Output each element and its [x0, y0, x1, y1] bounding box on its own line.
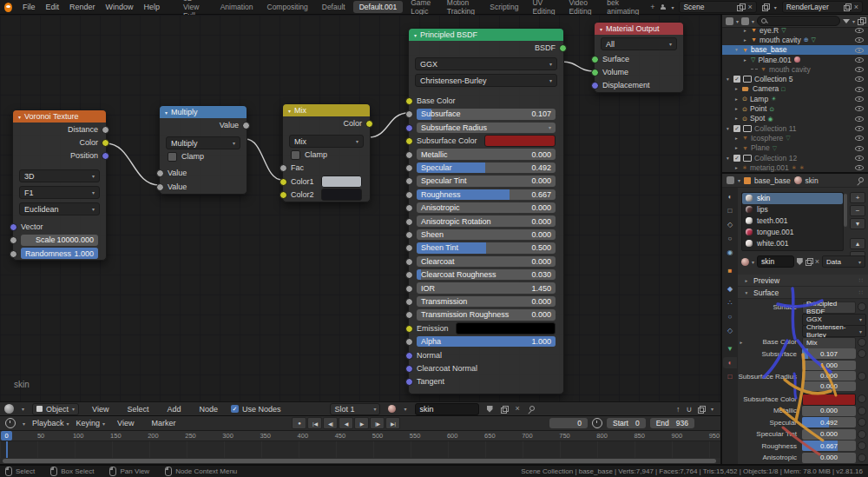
- editor-type-icon[interactable]: [727, 176, 734, 184]
- expander-closed-icon[interactable]: ▸: [742, 57, 748, 63]
- value1-input-socket[interactable]: [156, 169, 164, 177]
- output-target-dropdown[interactable]: All▾: [601, 37, 677, 50]
- scene-selector[interactable]: Scene ×: [679, 1, 756, 13]
- input-socket[interactable]: [405, 151, 413, 159]
- view-menu[interactable]: View: [112, 419, 139, 427]
- expander-closed-icon[interactable]: ▸: [733, 145, 740, 150]
- animate-dot-button[interactable]: [858, 441, 866, 450]
- material-name-field[interactable]: skin: [415, 403, 479, 415]
- display-mode-icon[interactable]: [741, 17, 749, 25]
- animate-dot-button[interactable]: [858, 454, 866, 462]
- input-socket[interactable]: [405, 258, 413, 266]
- outliner-row[interactable]: ▸▼mouth cavity⊕▽: [722, 35, 868, 44]
- menu-item[interactable]: Render: [64, 3, 101, 11]
- view-layer-selector[interactable]: RenderLayer ×: [782, 1, 863, 13]
- slider[interactable]: Specular0.492: [417, 162, 556, 174]
- shader-button[interactable]: Mix: [802, 337, 856, 349]
- outliner-row[interactable]: ▸⊙Spot◉: [722, 114, 868, 123]
- input-socket[interactable]: [405, 244, 413, 252]
- new-scene-icon[interactable]: [737, 4, 744, 10]
- workspace-tab[interactable]: Compositing: [261, 1, 314, 13]
- color-swatch[interactable]: [802, 394, 856, 406]
- jump-start-button[interactable]: |◀: [307, 417, 322, 429]
- current-frame-field[interactable]: 0: [549, 418, 588, 428]
- properties-tab-output[interactable]: □: [723, 205, 737, 216]
- chevron-down-icon[interactable]: ▾: [736, 18, 739, 24]
- input-socket[interactable]: [405, 352, 413, 360]
- outliner-row[interactable]: ▸⊙Point⊙: [722, 103, 868, 113]
- workspace-tab[interactable]: Default: [316, 1, 352, 13]
- add-slot-button[interactable]: +: [850, 192, 865, 203]
- clamp-checkbox[interactable]: [291, 150, 300, 160]
- properties-tab-scene[interactable]: ○: [723, 233, 737, 244]
- expander-closed-icon[interactable]: ▸: [742, 28, 748, 33]
- jump-end-button[interactable]: ▶|: [385, 417, 400, 429]
- outliner-row[interactable]: ▸∗metarig.001∗∗: [722, 162, 868, 172]
- expander-open-icon[interactable]: ▾: [733, 47, 740, 52]
- menu-item[interactable]: File: [17, 3, 41, 11]
- value2-input-socket[interactable]: [156, 183, 164, 191]
- slider[interactable]: 0.000: [802, 406, 856, 416]
- bsdf-output-socket[interactable]: [559, 44, 567, 52]
- view-menu[interactable]: View: [87, 405, 114, 414]
- color-swatch[interactable]: [456, 322, 556, 335]
- workspace-tab[interactable]: Default.001: [353, 1, 403, 13]
- slider[interactable]: 0.000: [802, 429, 856, 440]
- input-socket[interactable]: [405, 110, 413, 118]
- record-button[interactable]: ●: [292, 417, 306, 429]
- properties-tab-object-data[interactable]: ▼: [723, 343, 737, 354]
- expander-closed-icon[interactable]: ▸: [738, 340, 745, 345]
- chevron-down-icon[interactable]: ▾: [22, 406, 24, 412]
- material-slot[interactable]: lips: [742, 204, 843, 215]
- visibility-icon[interactable]: [855, 125, 864, 131]
- expander-closed-icon[interactable]: ▸: [742, 37, 748, 43]
- visibility-icon[interactable]: [855, 47, 864, 53]
- chevron-down-icon[interactable]: ▾: [23, 421, 25, 427]
- distribution-dropdown[interactable]: GGX▾: [415, 57, 557, 70]
- input-socket[interactable]: [405, 191, 413, 199]
- slider[interactable]: Anisotropic0.000: [417, 202, 556, 214]
- chevron-down-icon[interactable]: ▾: [774, 4, 777, 10]
- parent-node-tree-icon[interactable]: ↑: [676, 405, 681, 414]
- visibility-icon[interactable]: [855, 145, 864, 151]
- chevron-down-icon[interactable]: ▾: [711, 406, 713, 412]
- editor-type-icon[interactable]: [5, 418, 16, 428]
- snap-magnet-icon[interactable]: ∪: [686, 405, 692, 414]
- input-socket[interactable]: [405, 204, 413, 212]
- expander-open-icon[interactable]: ▾: [725, 156, 731, 161]
- slider[interactable]: Transmission Roughness0.000: [417, 309, 556, 321]
- slider[interactable]: 0.667: [802, 441, 856, 451]
- next-keyframe-button[interactable]: |▶: [370, 417, 385, 429]
- menu-item[interactable]: Window: [101, 3, 139, 11]
- outliner-row[interactable]: ▾✓Collection 11: [722, 123, 868, 133]
- input-socket[interactable]: [405, 137, 413, 145]
- surface-panel-header[interactable]: ▾Surface∷: [738, 287, 868, 299]
- filter-icon[interactable]: [843, 19, 850, 23]
- outliner-row[interactable]: ▸▼Icosphere▽: [722, 133, 868, 142]
- shader-editor[interactable]: ▾Voronoi Texture Distance Color Position…: [0, 15, 720, 401]
- outliner-row[interactable]: ▸▽Plane.001: [722, 55, 868, 64]
- marker-menu[interactable]: Marker: [146, 419, 181, 427]
- blend-type-dropdown[interactable]: Mix▾: [289, 135, 364, 148]
- input-socket[interactable]: [405, 325, 413, 333]
- shader-context-dropdown[interactable]: Object▾: [32, 403, 79, 415]
- color1-input-socket[interactable]: [279, 178, 287, 186]
- play-reverse-button[interactable]: ◀: [339, 417, 353, 429]
- breadcrumb-object[interactable]: base_base: [754, 176, 791, 185]
- select-menu[interactable]: Select: [122, 405, 154, 414]
- unlink-icon[interactable]: ×: [815, 258, 819, 266]
- fac-input-socket[interactable]: [279, 164, 287, 172]
- data-source-dropdown[interactable]: Data▾: [822, 255, 865, 268]
- value-output-socket[interactable]: [242, 122, 250, 129]
- slider[interactable]: Transmission0.000: [417, 296, 556, 308]
- vector-field[interactable]: 0.000: [802, 371, 856, 381]
- chevron-down-icon[interactable]: ▾: [752, 18, 754, 24]
- collapse-icon[interactable]: ▾: [288, 108, 291, 114]
- visibility-icon[interactable]: [855, 135, 864, 141]
- properties-tab-physics[interactable]: ○: [723, 311, 737, 322]
- collapse-icon[interactable]: ▾: [414, 32, 417, 38]
- fake-user-icon[interactable]: [487, 406, 493, 413]
- scale-input-socket[interactable]: [10, 236, 17, 244]
- expander-open-icon[interactable]: ▾: [725, 126, 731, 131]
- expander-closed-icon[interactable]: ▸: [733, 165, 740, 170]
